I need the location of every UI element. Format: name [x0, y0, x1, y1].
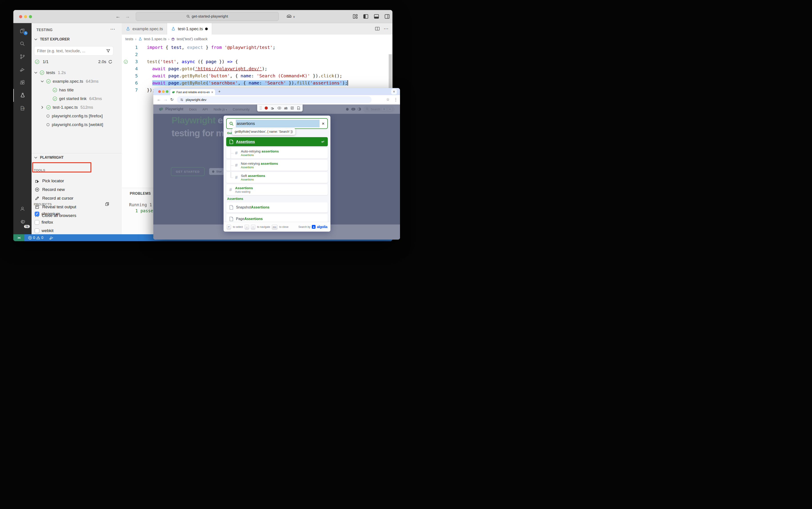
test-pass-gutter-icon[interactable]	[123, 60, 128, 64]
test-tree-item[interactable]: has title	[47, 86, 122, 94]
project-checkbox-chromium[interactable]: chromium	[35, 210, 60, 217]
test-tree-item[interactable]: test-1.spec.ts512ms	[40, 104, 122, 111]
search-result[interactable]: #Auto-retrying assertionsAssertions	[226, 147, 328, 159]
back-arrow-icon[interactable]: ←	[115, 13, 120, 19]
testing-icon[interactable]	[13, 89, 32, 102]
code-line-3[interactable]: 3test('test', async ({ page }) => {	[122, 58, 392, 65]
address-bar[interactable]: playwright.dev	[177, 96, 372, 103]
text-cursor	[348, 80, 348, 86]
projects-action-icon[interactable]	[105, 202, 118, 206]
source-control-icon[interactable]	[13, 50, 32, 63]
test-tree-item[interactable]: playwright.config.ts [firefox]	[40, 112, 122, 120]
docsearch-input[interactable]: assertions ✕	[226, 118, 328, 129]
search-icon[interactable]	[13, 37, 32, 50]
drag-handle-icon[interactable]	[259, 106, 262, 110]
browser-minimize-button[interactable]	[162, 90, 165, 93]
search-icon	[230, 122, 234, 126]
toggle-panel-icon[interactable]	[374, 13, 379, 19]
code-editor[interactable]: 1import { test, expect } from '@playwrig…	[122, 44, 392, 94]
record-icon[interactable]	[265, 106, 268, 110]
forward-arrow-icon[interactable]: →	[125, 13, 130, 19]
toggle-primary-sidebar-icon[interactable]	[363, 13, 369, 19]
browser-tab[interactable]: Fast and reliable end-to-end ✕	[170, 89, 215, 95]
bookmark-star-icon[interactable]: ☆	[386, 97, 390, 102]
toggle-secondary-sidebar-icon[interactable]	[384, 13, 390, 19]
warning-icon	[36, 236, 40, 240]
command-center[interactable]: get-started-playwright	[136, 12, 279, 21]
output-log-icon[interactable]: LOG	[13, 102, 32, 115]
copilot-icon[interactable]	[286, 13, 292, 19]
tab-close-icon[interactable]: ✕	[211, 91, 213, 94]
dirty-indicator[interactable]	[205, 28, 208, 30]
assert-text-icon[interactable]: ab	[284, 106, 288, 110]
algolia-credit[interactable]: Search by a algolia	[298, 225, 327, 229]
rerun-icon[interactable]	[108, 59, 113, 64]
new-tab-icon[interactable]: +	[218, 89, 221, 94]
code-line-1[interactable]: 1import { test, expect } from '@playwrig…	[122, 44, 392, 51]
search-result[interactable]: SnapshotAssertions	[226, 202, 328, 212]
test-tree-item[interactable]: tests1.2s	[34, 69, 122, 76]
minimize-window-button[interactable]	[24, 15, 27, 18]
panel-tab-problems[interactable]: PROBLEMS	[130, 192, 151, 196]
test-tree-item[interactable]: example.spec.ts643ms	[40, 77, 122, 85]
project-checkbox-firefox[interactable]: firefox	[35, 219, 53, 226]
pick-locator-icon[interactable]	[271, 106, 275, 110]
customize-layout-icon[interactable]	[352, 13, 358, 19]
test-explorer-header[interactable]: TEST EXPLORER	[34, 37, 70, 41]
maximize-window-button[interactable]	[29, 15, 32, 18]
debug-status-icon[interactable]	[49, 236, 54, 240]
record-at-cursor-button[interactable]: Record at cursor	[35, 195, 73, 202]
section-divider	[32, 153, 122, 154]
url-text: playwright.dev	[186, 98, 206, 102]
problems-status[interactable]: 0 0	[28, 236, 43, 240]
code-line-4[interactable]: 4 await page.goto('https://playwright.de…	[122, 65, 392, 72]
project-checkbox-webkit[interactable]: webkit	[35, 227, 54, 234]
browser-back-icon[interactable]: ←	[157, 97, 161, 102]
sidebar-more-actions-icon[interactable]: ⋯	[110, 26, 115, 32]
close-window-button[interactable]	[19, 15, 22, 18]
remote-indicator[interactable]: ><	[13, 234, 25, 241]
assert-value-icon[interactable]	[290, 106, 294, 110]
tab-search-chevron-icon[interactable]: ∨	[391, 89, 397, 95]
code-line-6[interactable]: 6 await page.getByRole('searchbox', { na…	[122, 79, 392, 87]
extensions-icon[interactable]	[13, 76, 32, 89]
search-result[interactable]: #Soft assertionsAssertions	[226, 172, 328, 183]
record-new-highlight-box	[32, 162, 91, 172]
algolia-logo: a	[312, 225, 316, 229]
search-result[interactable]: #AssertionsAuto-waiting	[226, 184, 328, 195]
test-filter-input[interactable]: Filter (e.g. text, !exclude, ...	[34, 46, 113, 56]
editor-tab-test-1.spec.ts[interactable]: test-1.spec.ts	[167, 23, 212, 34]
settings-icon[interactable]: TE	[13, 215, 32, 229]
search-result[interactable]: #Non-retrying assertionsAssertions	[226, 160, 328, 171]
record-new-button[interactable]: Record new	[35, 186, 65, 193]
command-center-value: get-started-playwright	[192, 14, 228, 19]
split-editor-icon[interactable]	[375, 26, 380, 31]
run-and-debug-icon[interactable]	[13, 63, 32, 76]
editor-tab-example.spec.ts[interactable]: example.spec.ts	[122, 23, 167, 34]
sidebar-title: TESTING	[36, 28, 53, 32]
editor-more-actions-icon[interactable]: ⋯	[384, 26, 388, 32]
clear-query-icon[interactable]: ✕	[322, 122, 325, 126]
copilot-chevron-icon[interactable]: ∨	[293, 15, 295, 19]
test-tree-item[interactable]: playwright.config.ts [webkit]	[40, 121, 122, 129]
assert-visibility-icon[interactable]	[277, 106, 281, 110]
explorer-icon[interactable]	[13, 25, 32, 37]
assert-snapshot-icon[interactable]	[297, 106, 300, 110]
code-line-5[interactable]: 5 await page.getByRole('button', { name:…	[122, 72, 392, 79]
browser-menu-icon[interactable]: ⋮	[394, 97, 398, 102]
test-tree-item[interactable]: get started link643ms	[47, 95, 122, 102]
accounts-icon[interactable]	[13, 202, 32, 215]
pass-ratio: 1/1	[43, 59, 48, 64]
playwright-section-header[interactable]: PLAYWRIGHT	[34, 156, 64, 160]
symbol-cube-icon	[171, 37, 175, 41]
breadcrumb[interactable]: tests› test-1.spec.ts› test('test') call…	[122, 34, 392, 44]
pick-locator-button[interactable]: Pick locator	[35, 177, 64, 185]
browser-maximize-button[interactable]	[166, 90, 169, 93]
projects-header: PROJECTS	[34, 202, 118, 206]
browser-forward-icon[interactable]: →	[164, 97, 168, 102]
search-result-selected[interactable]: Assertions↵	[226, 137, 328, 146]
browser-close-button[interactable]	[158, 90, 161, 93]
search-results: Assertions↵#Auto-retrying assertionsAsse…	[226, 137, 328, 226]
code-line-2[interactable]: 2	[122, 51, 392, 58]
browser-reload-icon[interactable]: ↻	[170, 97, 174, 102]
